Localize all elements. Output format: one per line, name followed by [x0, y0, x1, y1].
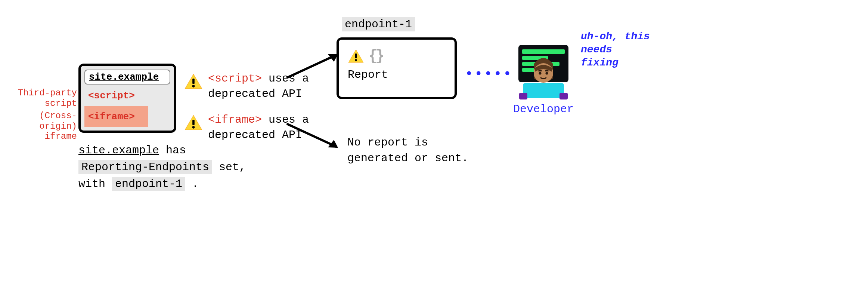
warning-icon [348, 49, 364, 64]
svg-rect-7 [523, 83, 564, 98]
endpoint-name: endpoint-1 [342, 17, 415, 31]
script-tag-label: <script> [88, 90, 135, 101]
no-report-text: No report is generated or sent. [347, 135, 489, 166]
annotation-third-party: Third-party script [6, 88, 77, 108]
developer-avatar-icon [512, 41, 575, 101]
caption-text: has [159, 144, 186, 157]
arrow-to-noreport [284, 120, 344, 151]
json-braces-icon: {} [369, 48, 382, 65]
developer-thought: uh-oh, this needs fixing [581, 30, 655, 69]
caption-header: Reporting-Endpoints [78, 160, 212, 174]
svg-rect-8 [519, 93, 527, 99]
caption-text: . [185, 178, 199, 190]
url-bar: site.example [84, 70, 170, 85]
developer-label: Developer [500, 103, 586, 116]
arrow-to-endpoint [284, 50, 344, 82]
report-label: Report [348, 68, 446, 81]
caption-endpoint: endpoint-1 [112, 177, 185, 191]
warning-icon [184, 73, 203, 91]
warning-icon [184, 114, 203, 132]
caption-url: site.example [78, 144, 159, 157]
svg-rect-3 [522, 49, 565, 54]
annotation-line: script [6, 98, 77, 109]
report-icon-row: {} [348, 48, 446, 65]
iframe-tag-box: <iframe> [84, 106, 148, 127]
svg-rect-14 [545, 70, 549, 71]
annotation-line: iframe [6, 131, 77, 142]
svg-point-12 [546, 72, 548, 75]
dotted-connector: ••••• [465, 67, 513, 82]
iframe-tag-label: <iframe> [88, 111, 135, 122]
url-text: site.example [89, 71, 159, 83]
svg-rect-9 [559, 93, 568, 99]
annotation-cross-origin: (Cross-origin) iframe [6, 111, 77, 142]
warning-code: <iframe> [208, 113, 262, 126]
svg-point-11 [539, 72, 542, 75]
script-tag-box: <script> [84, 88, 170, 104]
endpoint-box: {} Report [337, 37, 457, 99]
endpoint-name-label: endpoint-1 [342, 18, 415, 31]
svg-rect-13 [538, 70, 542, 71]
annotation-line: Third-party [6, 88, 77, 98]
warning-code: <script> [208, 72, 262, 85]
annotation-line: (Cross-origin) [6, 111, 77, 131]
browser-window: site.example <script> <iframe> [78, 64, 176, 133]
browser-caption: site.example has Reporting-Endpoints set… [78, 142, 247, 193]
